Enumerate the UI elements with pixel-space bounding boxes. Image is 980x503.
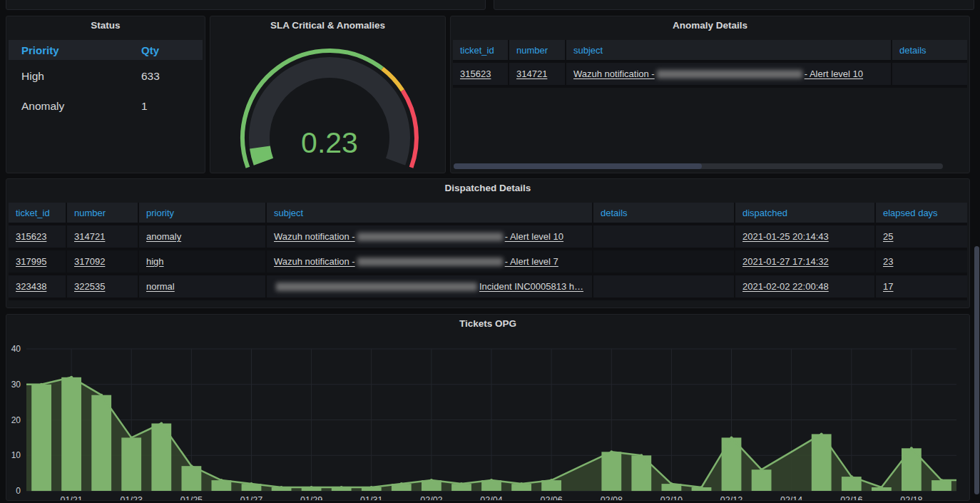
- subject-link-suffix[interactable]: - Alert level 10: [505, 231, 563, 242]
- anomaly-col-ticket-id[interactable]: ticket_id: [453, 40, 509, 60]
- status-table: Priority Qty High 633 Anomaly 1: [9, 40, 203, 122]
- elapsed-days-link[interactable]: 25: [883, 231, 893, 242]
- status-priority-value: Anomaly: [9, 92, 128, 120]
- subject-cell[interactable]: Wazuh notification - - Alert level 10: [566, 63, 892, 85]
- details-cell: [593, 275, 735, 298]
- svg-text:10: 10: [11, 450, 21, 460]
- svg-text:02/02: 02/02: [420, 495, 442, 500]
- svg-text:02/14: 02/14: [780, 495, 802, 500]
- dashboard: Status Priority Qty High 633 Anomaly 1 S…: [0, 0, 980, 503]
- svg-text:01/31: 01/31: [360, 495, 382, 500]
- number-link[interactable]: 314721: [516, 68, 547, 79]
- disp-col-elapsed-days[interactable]: elapsed days: [876, 203, 967, 223]
- dispatched-link[interactable]: 2021-01-27 17:14:32: [742, 256, 829, 267]
- horizontal-scrollbar-track[interactable]: [454, 163, 943, 169]
- anomaly-table-header: ticket_id number subject details: [453, 40, 967, 63]
- svg-text:02/04: 02/04: [480, 495, 502, 500]
- details-cell: [892, 63, 967, 85]
- status-qty-value: 633: [128, 62, 203, 90]
- elapsed-days-link[interactable]: 17: [883, 281, 893, 292]
- table-row: High 633: [9, 62, 203, 92]
- subject-link-prefix[interactable]: Wazuh notification -: [274, 256, 355, 267]
- tickets-opg-panel-title[interactable]: Tickets OPG: [6, 315, 969, 333]
- number-link[interactable]: 317092: [74, 256, 105, 267]
- svg-text:01/27: 01/27: [240, 495, 262, 500]
- priority-link[interactable]: normal: [146, 281, 175, 292]
- top-partial-panel-left: [6, 0, 486, 10]
- sla-gauge-panel-title[interactable]: SLA Critical & Anomalies: [210, 16, 445, 35]
- svg-text:01/23: 01/23: [121, 495, 143, 500]
- horizontal-scrollbar-thumb[interactable]: [454, 163, 702, 169]
- redacted-text: [276, 283, 477, 291]
- svg-text:02/12: 02/12: [720, 495, 742, 500]
- svg-text:01/21: 01/21: [60, 495, 82, 500]
- svg-text:30: 30: [11, 380, 21, 390]
- ticket-id-link[interactable]: 315623: [16, 231, 46, 242]
- svg-text:20: 20: [11, 415, 21, 425]
- number-link[interactable]: 314721: [74, 231, 105, 242]
- anomaly-col-subject[interactable]: subject: [566, 40, 892, 60]
- svg-text:40: 40: [11, 344, 21, 354]
- table-row: 323438 322535 normal Incident INC0005813…: [9, 275, 967, 300]
- tickets-opg-chart[interactable]: 01020304001/2101/2301/2501/2701/2901/310…: [6, 333, 969, 500]
- svg-text:01/29: 01/29: [300, 495, 322, 500]
- status-panel-title[interactable]: Status: [6, 16, 205, 35]
- vertical-scrollbar-thumb[interactable]: [974, 246, 979, 494]
- anomaly-details-table: ticket_id number subject details 315623 …: [453, 40, 967, 88]
- number-link[interactable]: 322535: [74, 281, 105, 292]
- ticket-id-link[interactable]: 323438: [16, 281, 46, 292]
- svg-text:02/08: 02/08: [601, 495, 623, 500]
- disp-col-details[interactable]: details: [593, 203, 735, 223]
- ticket-id-link[interactable]: 317995: [16, 256, 46, 267]
- sla-gauge: 0.23: [210, 35, 445, 173]
- svg-text:02/10: 02/10: [660, 495, 683, 500]
- top-partial-panel-right: [494, 0, 974, 10]
- subject-cell[interactable]: Wazuh notification - - Alert level 10: [267, 225, 593, 248]
- status-priority-value: High: [9, 62, 128, 90]
- tickets-opg-panel: Tickets OPG 01020304001/2101/2301/2501/2…: [6, 314, 970, 501]
- sla-gauge-panel: SLA Critical & Anomalies 0.23: [210, 16, 446, 173]
- redacted-text: [357, 233, 503, 241]
- dispatched-details-panel: Dispatched Details ticket_id number prio…: [6, 178, 970, 308]
- subject-link-prefix[interactable]: Wazuh notification -: [573, 68, 655, 79]
- status-col-priority[interactable]: Priority: [9, 40, 128, 60]
- subject-cell[interactable]: Incident INC0005813 h…: [267, 275, 593, 298]
- dispatched-link[interactable]: 2021-01-25 20:14:43: [742, 231, 829, 242]
- status-col-qty[interactable]: Qty: [128, 40, 203, 60]
- ticket-id-link[interactable]: 315623: [460, 68, 491, 79]
- anomaly-col-details[interactable]: details: [892, 40, 967, 60]
- subject-cell[interactable]: Wazuh notification - - Alert level 7: [267, 250, 593, 273]
- details-cell: [593, 225, 735, 248]
- svg-text:02/18: 02/18: [900, 495, 922, 500]
- disp-col-subject[interactable]: subject: [267, 203, 593, 223]
- subject-link-suffix[interactable]: - Alert level 10: [805, 68, 863, 79]
- status-panel: Status Priority Qty High 633 Anomaly 1: [6, 16, 205, 173]
- disp-col-dispatched[interactable]: dispatched: [735, 203, 876, 223]
- dispatched-table-header: ticket_id number priority subject detail…: [9, 203, 967, 225]
- redacted-text: [657, 70, 802, 78]
- disp-col-ticket-id[interactable]: ticket_id: [9, 203, 67, 223]
- disp-col-priority[interactable]: priority: [139, 203, 267, 223]
- priority-link[interactable]: high: [146, 256, 164, 267]
- disp-col-number[interactable]: number: [67, 203, 139, 223]
- svg-text:02/16: 02/16: [840, 495, 862, 500]
- subject-link-suffix[interactable]: - Alert level 7: [505, 256, 558, 267]
- svg-text:0.23: 0.23: [301, 126, 358, 159]
- elapsed-days-link[interactable]: 23: [883, 256, 893, 267]
- svg-text:02/06: 02/06: [540, 495, 562, 500]
- subject-link-prefix[interactable]: Wazuh notification -: [274, 231, 355, 242]
- table-row: 315623 314721 Wazuh notification - - Ale…: [453, 63, 967, 88]
- status-qty-value: 1: [128, 92, 203, 120]
- anomaly-details-panel-title[interactable]: Anomaly Details: [451, 16, 969, 35]
- dispatched-link[interactable]: 2021-02-02 22:00:48: [742, 281, 829, 292]
- anomaly-col-number[interactable]: number: [509, 40, 566, 60]
- dispatched-details-panel-title[interactable]: Dispatched Details: [6, 179, 969, 198]
- anomaly-details-panel: Anomaly Details ticket_id number subject…: [450, 16, 970, 173]
- table-row: Anomaly 1: [9, 92, 203, 122]
- subject-link-suffix[interactable]: Incident INC0005813 h…: [479, 281, 583, 292]
- details-cell: [593, 250, 735, 273]
- svg-text:01/25: 01/25: [180, 495, 203, 500]
- table-row: 317995 317092 high Wazuh notification - …: [9, 250, 967, 275]
- dispatched-details-table: ticket_id number priority subject detail…: [9, 203, 967, 300]
- priority-link[interactable]: anomaly: [146, 231, 181, 242]
